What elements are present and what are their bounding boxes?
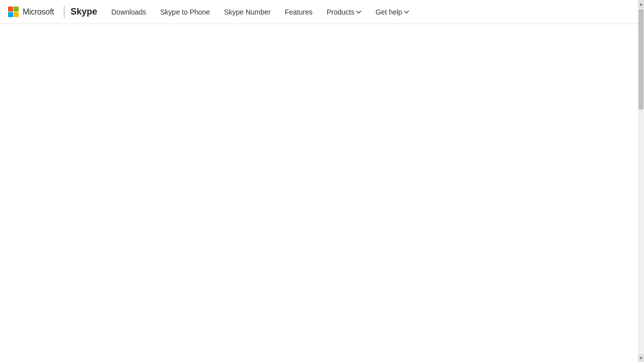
products-chevron-icon xyxy=(356,10,361,15)
nav-item-get-help[interactable]: Get help xyxy=(369,0,415,24)
scrollbar: ▲ ▼ xyxy=(638,0,644,362)
skype-brand-text: Skype xyxy=(70,7,97,17)
ms-logo-yellow xyxy=(14,12,19,17)
nav-item-features-label: Features xyxy=(285,8,312,16)
ms-logo-blue xyxy=(8,12,13,17)
nav-divider xyxy=(64,6,64,18)
nav-item-features[interactable]: Features xyxy=(279,0,318,24)
ms-logo-green xyxy=(14,7,19,12)
nav-item-skype-number-label: Skype Number xyxy=(224,8,271,16)
microsoft-logo-grid xyxy=(8,7,19,17)
scrollbar-arrow-down[interactable]: ▼ xyxy=(638,354,644,362)
nav-item-products[interactable]: Products xyxy=(320,0,367,24)
nav-item-skype-number[interactable]: Skype Number xyxy=(218,0,277,24)
nav-item-downloads-label: Downloads xyxy=(111,8,146,16)
main-content xyxy=(0,24,638,362)
scrollbar-arrow-up[interactable]: ▲ xyxy=(638,0,644,8)
nav-links: Downloads Skype to Phone Skype Number Fe… xyxy=(105,0,415,24)
microsoft-logo[interactable]: Microsoft xyxy=(8,7,54,17)
nav-item-downloads[interactable]: Downloads xyxy=(105,0,152,24)
nav-item-products-label: Products xyxy=(327,8,354,16)
microsoft-text: Microsoft xyxy=(23,8,54,17)
nav-item-get-help-label: Get help xyxy=(375,8,402,16)
nav-item-skype-to-phone[interactable]: Skype to Phone xyxy=(154,0,216,24)
get-help-chevron-icon xyxy=(404,10,409,15)
skype-brand-link[interactable]: Skype xyxy=(70,7,97,17)
navbar: Microsoft Skype Downloads Skype to Phone… xyxy=(0,0,644,24)
ms-logo-red xyxy=(8,7,13,12)
nav-item-skype-to-phone-label: Skype to Phone xyxy=(160,8,210,16)
scrollbar-thumb[interactable] xyxy=(638,9,643,110)
